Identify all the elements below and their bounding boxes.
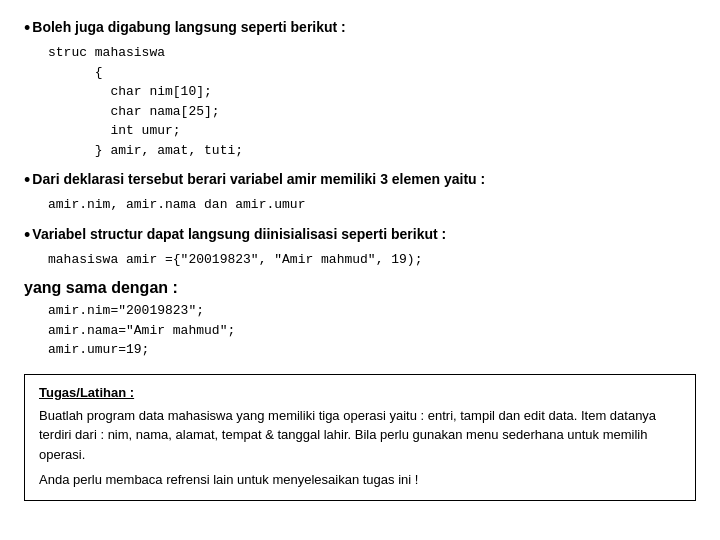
- section-3: •Variabel structur dapat langsung diinis…: [24, 225, 696, 270]
- code-line: amir.umur=19;: [48, 342, 149, 357]
- section1-heading: •Boleh juga digabung langsung seperti be…: [24, 18, 696, 39]
- code-line: {: [48, 65, 103, 80]
- section-2: •Dari deklarasi tersebut berari variabel…: [24, 170, 696, 215]
- bullet-3: •: [24, 225, 30, 245]
- code-line: char nim[10];: [48, 84, 212, 99]
- section4-code: amir.nim="20019823"; amir.nama="Amir mah…: [48, 301, 696, 360]
- task-body-2: Anda perlu membaca refrensi lain untuk m…: [39, 470, 681, 490]
- task-box: Tugas/Latihan : Buatlah program data mah…: [24, 374, 696, 501]
- section1-code: struc mahasiswa { char nim[10]; char nam…: [48, 43, 696, 160]
- section3-code: mahasiswa amir ={"20019823", "Amir mahmu…: [48, 250, 696, 270]
- code-line: } amir, amat, tuti;: [48, 143, 243, 158]
- bullet-1: •: [24, 18, 30, 38]
- task-title: Tugas/Latihan :: [39, 385, 681, 400]
- code-line: amir.nim="20019823";: [48, 303, 204, 318]
- section4-heading: yang sama dengan :: [24, 279, 696, 297]
- code-line: char nama[25];: [48, 104, 220, 119]
- section2-heading: •Dari deklarasi tersebut berari variabel…: [24, 170, 696, 191]
- bullet-2: •: [24, 170, 30, 190]
- code-line: struc mahasiswa: [48, 45, 165, 60]
- section-4: yang sama dengan : amir.nim="20019823"; …: [24, 279, 696, 360]
- code-line: mahasiswa amir ={"20019823", "Amir mahmu…: [48, 252, 422, 267]
- task-body-1: Buatlah program data mahasiswa yang memi…: [39, 406, 681, 465]
- code-line: amir.nim, amir.nama dan amir.umur: [48, 197, 305, 212]
- code-line: amir.nama="Amir mahmud";: [48, 323, 235, 338]
- section3-heading: •Variabel structur dapat langsung diinis…: [24, 225, 696, 246]
- section-1: •Boleh juga digabung langsung seperti be…: [24, 18, 696, 160]
- code-line: int umur;: [48, 123, 181, 138]
- section2-code: amir.nim, amir.nama dan amir.umur: [48, 195, 696, 215]
